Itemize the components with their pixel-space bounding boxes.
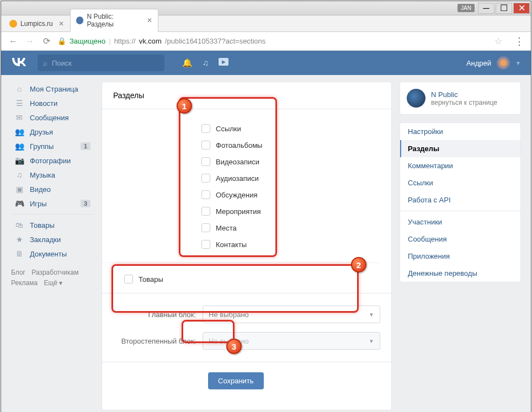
- checkbox-label: Видеозаписи: [216, 158, 259, 166]
- settings-menu-item[interactable]: Ссылки: [400, 174, 520, 191]
- main-block-label: Главный блок:: [113, 311, 196, 319]
- settings-menu-item[interactable]: Участники: [400, 213, 520, 231]
- url-text: https://: [114, 37, 136, 45]
- music-icon: ♫: [14, 170, 24, 179]
- checkbox-label: Мероприятия: [216, 207, 261, 216]
- play-icon[interactable]: ▶: [219, 58, 228, 66]
- bookmark-icon: ★: [14, 235, 24, 244]
- reload-icon[interactable]: ⟳: [41, 36, 52, 46]
- nav-label: Друзья: [30, 128, 53, 136]
- search-box[interactable]: ⌕: [38, 55, 164, 71]
- secondary-block-label: Второстепенный блок:: [113, 337, 196, 345]
- avatar: [496, 55, 511, 71]
- forward-icon[interactable]: →: [24, 36, 35, 46]
- section-checkbox-row: Контакты: [201, 236, 380, 253]
- checkbox[interactable]: [201, 124, 210, 133]
- games-icon: 🎮: [14, 199, 24, 208]
- market-icon: 🛍: [14, 221, 24, 229]
- group-back-link[interactable]: вернуться к странице: [431, 99, 497, 106]
- nav-badge: 1: [81, 142, 91, 150]
- vk-logo[interactable]: [11, 57, 26, 69]
- search-icon: ⌕: [43, 59, 47, 67]
- tab-title: Lumpics.ru: [20, 20, 53, 28]
- checkbox[interactable]: [201, 223, 210, 232]
- nav-item-video[interactable]: ▣Видео: [11, 182, 94, 196]
- url-separator: |: [109, 37, 110, 45]
- tab-close-icon[interactable]: ✕: [58, 20, 64, 28]
- nav-badge: 3: [81, 200, 91, 207]
- notifications-icon[interactable]: 🔔: [182, 58, 193, 68]
- url-field[interactable]: 🔒 Защищено | https://vk.com/public164105…: [57, 37, 265, 45]
- main-block-select[interactable]: Не выбрано ▼: [203, 306, 380, 323]
- bookmark-star-icon[interactable]: ☆: [494, 36, 502, 46]
- settings-menu-item[interactable]: Работа с API: [400, 191, 520, 208]
- nav-item-friends[interactable]: 👥Друзья: [11, 125, 94, 139]
- friends-icon: 👥: [14, 127, 24, 136]
- chevron-down-icon: ▼: [369, 338, 374, 344]
- back-icon[interactable]: ←: [8, 36, 19, 46]
- user-menu[interactable]: Андрей ▼: [466, 55, 521, 71]
- section-checkbox-row: Места: [201, 220, 380, 236]
- video-icon: ▣: [14, 185, 24, 194]
- nav-item-market[interactable]: 🛍Товары: [11, 218, 94, 232]
- settings-menu-item[interactable]: Разделы: [400, 140, 520, 157]
- groups-icon: 👥: [14, 142, 24, 151]
- window-minimize[interactable]: ─: [478, 3, 494, 14]
- nav-item-news[interactable]: ☰Новости: [11, 96, 94, 110]
- extension-badge: JAN: [457, 4, 475, 12]
- nav-item-photo[interactable]: 📷Фотографии: [11, 153, 94, 168]
- tab-title: N Public: Разделы: [87, 13, 141, 28]
- nav-item-docs[interactable]: 🗎Документы: [11, 247, 94, 261]
- secondary-block-row: Второстепенный блок: Не выбрано ▼: [102, 328, 391, 354]
- page-title: Разделы: [102, 82, 391, 109]
- settings-menu-item[interactable]: Настройки: [400, 123, 520, 140]
- settings-menu-item[interactable]: Приложения: [400, 248, 520, 265]
- checkbox[interactable]: [201, 157, 210, 166]
- nav-item-groups[interactable]: 👥Группы1: [11, 139, 94, 153]
- section-checkbox-row: Мероприятия: [201, 203, 380, 220]
- checkbox-label: Места: [216, 224, 237, 232]
- msg-icon: ✉: [14, 113, 24, 122]
- chevron-down-icon: ▼: [515, 60, 521, 66]
- lock-icon: 🔒: [57, 37, 66, 45]
- checkbox[interactable]: [201, 141, 210, 149]
- nav-item-home[interactable]: ⌂Моя Страница: [11, 82, 94, 96]
- tab-favicon-icon: [76, 17, 84, 24]
- checkbox[interactable]: [124, 275, 133, 283]
- nav-item-music[interactable]: ♫Музыка: [11, 168, 94, 182]
- checkbox[interactable]: [201, 240, 210, 249]
- browser-menu-icon[interactable]: ⋮: [514, 35, 524, 47]
- nav-item-games[interactable]: 🎮Игры3: [11, 196, 94, 211]
- nav-item-msg[interactable]: ✉Сообщения: [11, 110, 94, 125]
- footer-link[interactable]: Блог: [11, 269, 25, 276]
- checkbox[interactable]: [201, 207, 210, 216]
- browser-tab[interactable]: Lumpics.ru ✕: [3, 16, 70, 31]
- search-input[interactable]: [52, 59, 159, 67]
- window-close[interactable]: ✕: [513, 3, 530, 14]
- nav-label: Группы: [30, 142, 54, 151]
- window-maximize[interactable]: ☐: [496, 3, 512, 14]
- main-card: Разделы СсылкиФотоальбомыВидеозаписиАуди…: [102, 82, 392, 410]
- browser-tab[interactable]: N Public: Разделы ✕: [70, 9, 158, 32]
- tab-close-icon[interactable]: ✕: [147, 17, 152, 24]
- settings-menu-item[interactable]: Денежные переводы: [400, 265, 520, 282]
- group-header[interactable]: N Public вернуться к странице: [400, 82, 520, 114]
- checkbox-label: Аудиозаписи: [216, 174, 259, 183]
- nav-label: Моя Страница: [30, 85, 78, 93]
- settings-menu-item[interactable]: Сообщения: [400, 231, 520, 248]
- checkbox[interactable]: [201, 174, 210, 183]
- nav-label: Фотографии: [30, 157, 71, 165]
- checkbox[interactable]: [201, 190, 210, 199]
- chevron-down-icon: ▼: [369, 312, 374, 318]
- checkbox-label: Контакты: [216, 240, 247, 249]
- save-button[interactable]: Сохранить: [208, 372, 264, 389]
- group-avatar: [407, 89, 425, 108]
- nav-item-bookmark[interactable]: ★Закладки: [11, 232, 94, 247]
- music-icon[interactable]: ♫: [203, 58, 209, 68]
- settings-menu-item[interactable]: Комментарии: [400, 157, 520, 174]
- main-block-row: Главный блок: Не выбрано ▼: [102, 301, 391, 328]
- nav-label: Закладки: [30, 236, 61, 244]
- section-checkbox-row: Видеозаписи: [201, 153, 380, 170]
- username: Андрей: [466, 59, 491, 67]
- nav-label: Музыка: [30, 171, 55, 179]
